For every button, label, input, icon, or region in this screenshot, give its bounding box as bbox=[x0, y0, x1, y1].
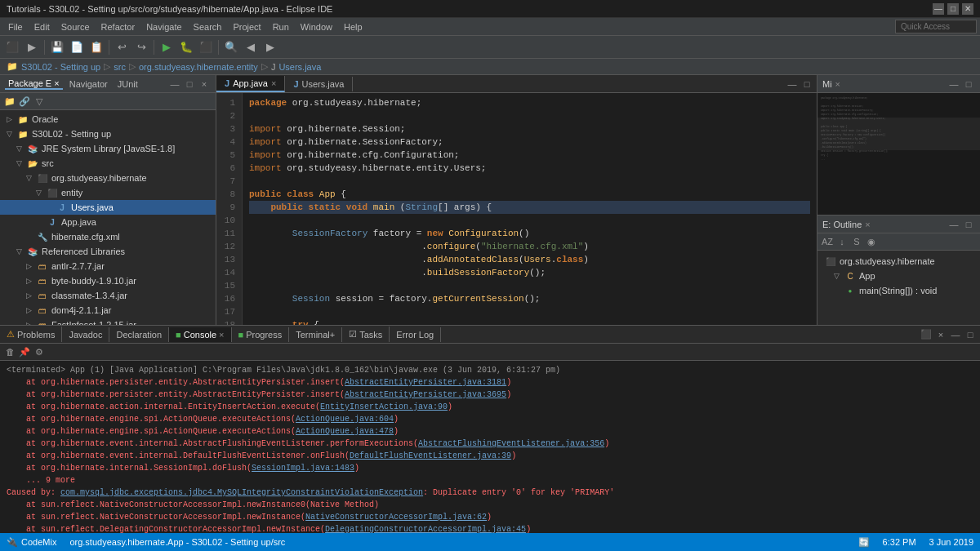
console-pin[interactable]: 📌 bbox=[18, 345, 31, 358]
editor-maximize[interactable]: □ bbox=[800, 78, 813, 91]
tab-close[interactable]: × bbox=[271, 78, 276, 88]
tree-item-cfg-xml[interactable]: 🔧 hibernate.cfg.xml bbox=[0, 229, 216, 244]
code-editor[interactable]: package org.studyeasy.hibernate; import … bbox=[243, 93, 817, 325]
outline-minimize2[interactable]: — bbox=[947, 218, 960, 231]
console-close[interactable]: × bbox=[934, 328, 947, 341]
toolbar-btn-7[interactable]: ↪ bbox=[132, 38, 150, 56]
breadcrumb-part1[interactable]: S30L02 - Setting up bbox=[21, 62, 100, 72]
tab-console[interactable]: ■ Console × bbox=[169, 327, 231, 342]
outline-label: App bbox=[859, 271, 875, 281]
tab-progress[interactable]: ■ Progress bbox=[232, 327, 290, 342]
tab-close[interactable]: × bbox=[219, 330, 224, 340]
panel-close[interactable]: × bbox=[198, 78, 211, 91]
quick-access-input[interactable] bbox=[895, 20, 977, 33]
tab-navigator[interactable]: Navigator bbox=[66, 79, 111, 89]
link-editor-button[interactable]: 🔗 bbox=[18, 95, 31, 108]
outline-minimize[interactable]: — bbox=[947, 78, 960, 91]
tab-javadoc[interactable]: Javadoc bbox=[62, 327, 109, 342]
tree-item-ref-libs[interactable]: ▽ 📚 Referenced Libraries bbox=[0, 244, 216, 259]
tree-item-app-java[interactable]: J App.java bbox=[0, 215, 216, 229]
src-icon: 📂 bbox=[26, 157, 39, 170]
outline-maximize[interactable]: □ bbox=[962, 78, 975, 91]
menu-search[interactable]: Search bbox=[189, 20, 227, 33]
menu-window[interactable]: Window bbox=[296, 20, 337, 33]
panel-minimize[interactable]: — bbox=[168, 78, 181, 91]
breadcrumb-icon: 📁 bbox=[7, 61, 18, 72]
tree-item-jre[interactable]: ▽ 📚 JRE System Library [JavaSE-1.8] bbox=[0, 141, 216, 156]
debug-button[interactable]: 🐛 bbox=[177, 38, 195, 56]
toolbar-btn-back[interactable]: ◀ bbox=[242, 38, 260, 56]
menu-navigate[interactable]: Navigate bbox=[141, 20, 186, 33]
tree-item-fastinfoset[interactable]: ▷ 🗃 FastInfoset-1.2.15.jar bbox=[0, 318, 216, 325]
tab-tasks[interactable]: ☑ Tasks bbox=[342, 327, 390, 342]
collapse-all-button[interactable]: 📁 bbox=[3, 95, 16, 108]
editor-area[interactable]: 123456789101112131415161718 package org.… bbox=[216, 93, 817, 325]
tree-item-classmate[interactable]: ▷ 🗃 classmate-1.3.4.jar bbox=[0, 288, 216, 303]
toolbar-btn-6[interactable]: ↩ bbox=[113, 38, 131, 56]
console-output: <terminated> App (1) [Java Application] … bbox=[0, 361, 980, 533]
sort-alpha-button[interactable]: AZ bbox=[821, 235, 834, 248]
outline-maximize2[interactable]: □ bbox=[962, 218, 975, 231]
toolbar-btn-2[interactable]: ▶ bbox=[23, 38, 41, 56]
breadcrumb-part5[interactable]: Users.java bbox=[278, 62, 321, 72]
outline-item-app[interactable]: ▽ C App bbox=[817, 269, 980, 283]
tab-close[interactable]: × bbox=[835, 79, 840, 89]
panel-maximize[interactable]: □ bbox=[183, 78, 196, 91]
toolbar-btn-3[interactable]: 💾 bbox=[48, 38, 66, 56]
console-clear[interactable]: 🗑 bbox=[3, 345, 16, 358]
menu-project[interactable]: Project bbox=[228, 20, 265, 33]
tab-terminal[interactable]: Terminal+ bbox=[289, 327, 342, 342]
menu-edit[interactable]: Edit bbox=[29, 20, 55, 33]
tab-declaration[interactable]: Declaration bbox=[109, 327, 169, 342]
tab-app-java[interactable]: J App.java × bbox=[216, 76, 285, 92]
toolbar-btn-4[interactable]: 📄 bbox=[68, 38, 86, 56]
java-icon: J bbox=[56, 201, 69, 214]
toolbar-btn-search[interactable]: 🔍 bbox=[222, 38, 240, 56]
tab-junit[interactable]: JUnit bbox=[114, 79, 141, 89]
menu-refactor[interactable]: Refactor bbox=[96, 20, 140, 33]
breadcrumb-part3[interactable]: org.studyeasy.hibernate.entity bbox=[139, 62, 258, 72]
status-refresh[interactable]: 🔄 bbox=[858, 537, 870, 548]
tab-problems[interactable]: ⚠ Problems bbox=[0, 327, 62, 342]
breadcrumb-part2[interactable]: src bbox=[114, 62, 126, 72]
tree-item-dom4j[interactable]: ▷ 🗃 dom4j-2.1.1.jar bbox=[0, 303, 216, 318]
tree-item-users-java[interactable]: J Users.java bbox=[0, 200, 216, 215]
menu-file[interactable]: File bbox=[3, 20, 28, 33]
tree-item-antlr[interactable]: ▷ 🗃 antlr-2.7.7.jar bbox=[0, 259, 216, 273]
menu-source[interactable]: Source bbox=[56, 20, 95, 33]
tree-item-pkg-entity[interactable]: ▽ ⬛ entity bbox=[0, 185, 216, 200]
tree-item-bytebuddy[interactable]: ▷ 🗃 byte-buddy-1.9.10.jar bbox=[0, 273, 216, 288]
tree-item-src[interactable]: ▽ 📂 src bbox=[0, 156, 216, 171]
tab-users-java[interactable]: J Users.java bbox=[285, 77, 353, 91]
console-maximize[interactable]: □ bbox=[964, 328, 977, 341]
outline-item-main[interactable]: ● main(String[]) : void bbox=[817, 283, 980, 298]
mi-tab[interactable]: Mi × bbox=[822, 79, 840, 89]
menu-run[interactable]: Run bbox=[268, 20, 294, 33]
tree-item-s30l02[interactable]: ▽ 📁 S30L02 - Setting up bbox=[0, 127, 216, 141]
right-panel: Mi × — □ package org.studyeasy.hibernate… bbox=[817, 75, 980, 325]
tab-close[interactable]: × bbox=[865, 220, 870, 229]
outline-tab[interactable]: E: Outline × bbox=[822, 220, 871, 229]
console-minimize[interactable]: — bbox=[949, 328, 962, 341]
stop-button[interactable]: ⬛ bbox=[197, 38, 215, 56]
view-menu-button[interactable]: ▽ bbox=[33, 95, 46, 108]
tree-item-oracle[interactable]: ▷ 📁 Oracle bbox=[0, 112, 216, 127]
console-settings[interactable]: ⚙ bbox=[33, 345, 46, 358]
menu-help[interactable]: Help bbox=[339, 20, 368, 33]
tab-package-explorer[interactable]: Package E × bbox=[5, 78, 63, 90]
toolbar-btn-5[interactable]: 📋 bbox=[87, 38, 105, 56]
outline-btn3[interactable]: S bbox=[850, 235, 863, 248]
outline-btn4[interactable]: ◉ bbox=[865, 235, 878, 248]
minimize-button[interactable]: — bbox=[933, 3, 944, 15]
toolbar-btn-1[interactable]: ⬛ bbox=[3, 38, 21, 56]
run-button[interactable]: ▶ bbox=[158, 38, 176, 56]
tree-item-pkg-hibernate[interactable]: ▽ ⬛ org.studyeasy.hibernate bbox=[0, 171, 216, 185]
outline-item-pkg[interactable]: ⬛ org.studyeasy.hibernate bbox=[817, 254, 980, 269]
tab-errorlog[interactable]: Error Log bbox=[390, 327, 441, 342]
console-stop[interactable]: ⬛ bbox=[920, 328, 933, 341]
close-button[interactable]: ✕ bbox=[962, 3, 973, 15]
maximize-button[interactable]: □ bbox=[947, 3, 959, 15]
toolbar-btn-forward[interactable]: ▶ bbox=[261, 38, 279, 56]
outline-btn2[interactable]: ↓ bbox=[835, 235, 849, 248]
editor-minimize[interactable]: — bbox=[786, 78, 799, 91]
